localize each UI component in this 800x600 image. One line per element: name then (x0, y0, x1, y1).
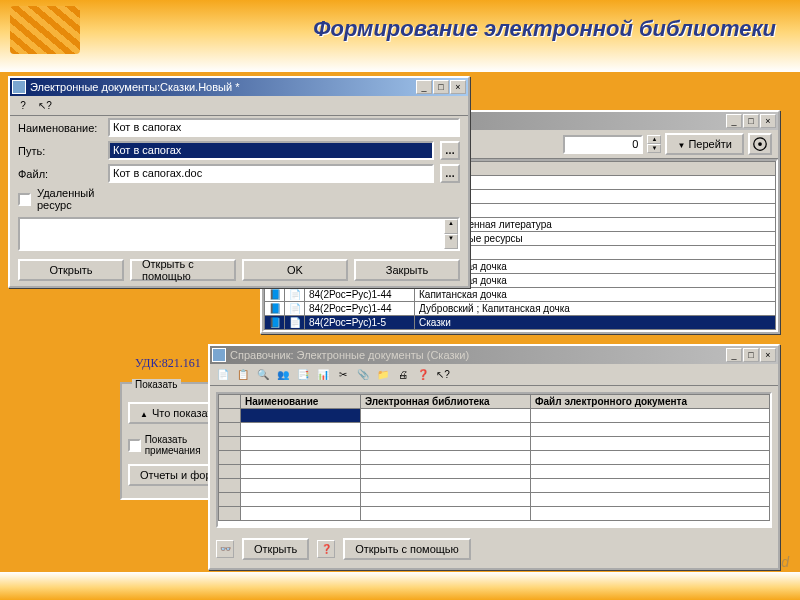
tool-icon[interactable]: ✂ (334, 366, 352, 384)
window-icon (12, 80, 26, 94)
ref-open-label: Открыть (254, 543, 297, 555)
row-type-icon: 📄 (285, 302, 305, 316)
spin-arrows[interactable]: ▲▼ (647, 135, 661, 153)
reference-window: Справочник: Электронные документы (Сказк… (208, 344, 780, 570)
spin-value-field[interactable]: 0 (563, 135, 643, 154)
row-title: Капитанская дочка (415, 288, 776, 302)
row-folder-icon: 📘 (265, 302, 285, 316)
maximize-button[interactable]: □ (433, 80, 449, 94)
reference-titlebar[interactable]: Справочник: Электронные документы (Сказк… (210, 346, 778, 364)
close-form-button[interactable]: Закрыть (354, 259, 460, 281)
tool-icon[interactable]: 🖨 (394, 366, 412, 384)
tool-icon[interactable]: 📄 (214, 366, 232, 384)
tool-icon[interactable]: 📑 (294, 366, 312, 384)
tool-icon[interactable]: 📎 (354, 366, 372, 384)
reference-table[interactable]: Наименование Электронная библиотека Файл… (218, 394, 770, 521)
open-with-button[interactable]: Открыть с помощью (130, 259, 236, 281)
banner-logo (10, 6, 80, 54)
arrow-up-icon (140, 407, 148, 419)
window-icon (212, 348, 226, 362)
arrow-down-icon (677, 138, 685, 150)
tool-icon[interactable]: 📋 (234, 366, 252, 384)
reference-title: Справочник: Электронные документы (Сказк… (230, 349, 726, 361)
minimize-button[interactable]: _ (726, 348, 742, 362)
path-label: Путь: (18, 145, 102, 157)
edoc-mini-toolbar: ? ↖? (10, 96, 468, 116)
ref-open-button[interactable]: Открыть (242, 538, 309, 560)
tool-icon[interactable]: 📁 (374, 366, 392, 384)
row-type-icon: 📄 (285, 288, 305, 302)
name-field[interactable]: Кот в сапогах (108, 118, 460, 137)
row-type-icon: 📄 (285, 316, 305, 330)
close-button[interactable]: × (450, 80, 466, 94)
target-icon-button[interactable] (748, 133, 772, 155)
path-field[interactable]: Кот в сапогах (108, 141, 434, 160)
file-browse-button[interactable]: … (440, 164, 460, 183)
tool-icon[interactable]: 👥 (274, 366, 292, 384)
maximize-button[interactable]: □ (743, 114, 759, 128)
catalog-row[interactable]: 📘📄84(2Рос=Рус)1-44Капитанская дочка (265, 288, 776, 302)
go-button[interactable]: Перейти (665, 133, 744, 155)
show-notes-checkbox[interactable] (128, 439, 141, 452)
open-with-button-label: Открыть с помощью (142, 258, 224, 282)
edoc-titlebar[interactable]: Электронные документы:Сказки.Новый * _ □… (10, 78, 468, 96)
name-label: Наименование: (18, 122, 102, 134)
notes-textarea[interactable]: ▲▼ (18, 217, 460, 251)
go-button-label: Перейти (688, 138, 732, 150)
row-code: 84(2Рос=Рус)1-44 (305, 288, 415, 302)
close-form-button-label: Закрыть (386, 264, 428, 276)
open-button[interactable]: Открыть (18, 259, 124, 281)
help-cursor-icon[interactable]: ↖? (434, 366, 452, 384)
catalog-row[interactable]: 📘📄84(2Рос=Рус)1-5Сказки (265, 316, 776, 330)
path-browse-button[interactable]: … (440, 141, 460, 160)
edoc-title: Электронные документы:Сказки.Новый * (30, 81, 416, 93)
row-code: 84(2Рос=Рус)1-44 (305, 302, 415, 316)
slide-title: Формирование электронной библиотеки (313, 16, 776, 42)
close-button[interactable]: × (760, 114, 776, 128)
reference-bottombar: 👓 Открыть ❓ Открыть с помощью (210, 534, 778, 564)
tool-icon[interactable]: 📊 (314, 366, 332, 384)
row-title: Сказки (415, 316, 776, 330)
ok-button[interactable]: OK (242, 259, 348, 281)
remote-checkbox[interactable] (18, 193, 31, 206)
groupbox-title: Показать (132, 379, 181, 390)
row-folder-icon: 📘 (265, 288, 285, 302)
grid-rownum-header (219, 395, 241, 409)
ok-button-label: OK (287, 264, 303, 276)
edoc-body: Наименование: Кот в сапогах Путь: Кот в … (10, 116, 468, 289)
row-code: 84(2Рос=Рус)1-5 (305, 316, 415, 330)
file-label: Файл: (18, 168, 102, 180)
grid-col-file[interactable]: Файл электронного документа (531, 395, 770, 409)
tool-icon[interactable]: 🔍 (254, 366, 272, 384)
grid-col-name[interactable]: Наименование (241, 395, 361, 409)
udk-label: УДК:821.161 (135, 356, 201, 371)
grid-col-lib[interactable]: Электронная библиотека (361, 395, 531, 409)
edoc-form-window: Электронные документы:Сказки.Новый * _ □… (8, 76, 470, 288)
footer-stripe (0, 572, 800, 600)
row-title: Дубровский ; Капитанская дочка (415, 302, 776, 316)
reference-grid: Наименование Электронная библиотека Файл… (216, 392, 772, 528)
maximize-button[interactable]: □ (743, 348, 759, 362)
target-icon (750, 134, 770, 154)
ref-open-with-button[interactable]: Открыть с помощью (343, 538, 471, 560)
help-cursor-icon[interactable]: ↖? (36, 97, 54, 115)
help-icon[interactable]: ? (14, 97, 32, 115)
file-field[interactable]: Кот в сапогах.doc (108, 164, 434, 183)
slide-banner: Формирование электронной библиотеки (0, 0, 800, 72)
catalog-row[interactable]: 📘📄84(2Рос=Рус)1-44Дубровский ; Капитанск… (265, 302, 776, 316)
close-button[interactable]: × (760, 348, 776, 362)
help-icon[interactable]: ❓ (317, 540, 335, 558)
open-button-label: Открыть (49, 264, 92, 276)
remote-label: Удаленный ресурс (37, 187, 121, 211)
glasses-icon[interactable]: 👓 (216, 540, 234, 558)
tool-icon[interactable]: ❓ (414, 366, 432, 384)
minimize-button[interactable]: _ (416, 80, 432, 94)
ref-open-with-label: Открыть с помощью (355, 543, 459, 555)
svg-point-1 (758, 142, 762, 146)
reference-toolbar: 📄 📋 🔍 👥 📑 📊 ✂ 📎 📁 🖨 ❓ ↖? (210, 364, 778, 386)
row-folder-icon: 📘 (265, 316, 285, 330)
minimize-button[interactable]: _ (726, 114, 742, 128)
